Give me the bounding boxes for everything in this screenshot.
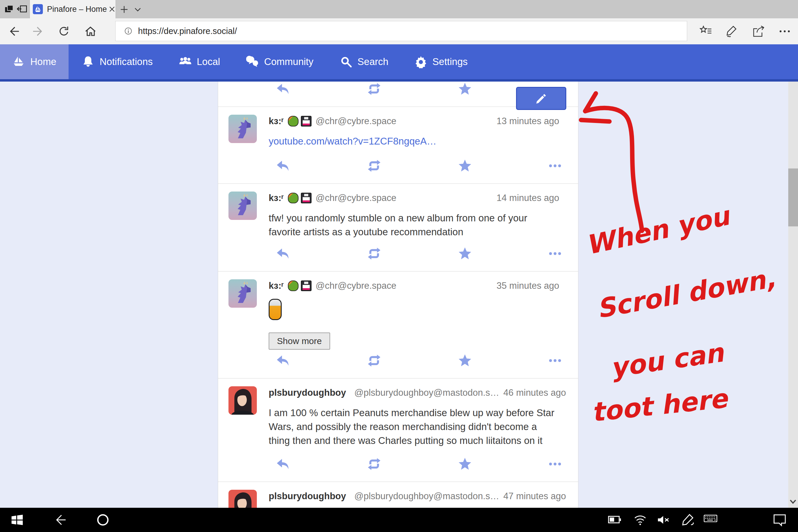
- scrollbar-track[interactable]: [788, 81, 798, 508]
- avatar[interactable]: [228, 386, 257, 415]
- gear-icon: [414, 55, 428, 68]
- status-content: youtube.com/watch?v=1ZCF8ngqeA…: [269, 134, 554, 148]
- reply-button[interactable]: [276, 159, 289, 173]
- people-icon: [179, 55, 192, 68]
- action-center-icon[interactable]: [773, 513, 787, 527]
- tab-close-button[interactable]: [107, 4, 117, 14]
- browser-tab[interactable]: Pinafore – Home: [30, 0, 116, 18]
- windows-start-icon[interactable]: [10, 513, 24, 527]
- set-tabs-aside-icon[interactable]: [17, 3, 28, 15]
- battery-icon[interactable]: [608, 513, 622, 527]
- reply-button[interactable]: [276, 82, 289, 96]
- status-header: kз:ʳ @chr@cybre.space 14 minutes ago: [269, 193, 559, 203]
- forward-button[interactable]: [31, 25, 44, 38]
- more-options-button[interactable]: [548, 354, 562, 367]
- browser-home-button[interactable]: [84, 25, 97, 38]
- status-actions: [218, 247, 578, 260]
- status[interactable]: plsburydoughboy @plsburydoughboy@mastodo…: [218, 379, 578, 482]
- favorite-button[interactable]: [458, 82, 472, 96]
- nav-tab-notifications[interactable]: Notifications: [69, 44, 166, 79]
- tab-preview-chevron[interactable]: [132, 4, 143, 15]
- boost-button[interactable]: [367, 457, 381, 471]
- avatar[interactable]: [228, 279, 257, 308]
- chat-bubbles-icon: [246, 55, 259, 68]
- display-name[interactable]: kз:ʳ: [269, 116, 284, 127]
- status-text: I am 100 % certain Peanuts merchandise b…: [269, 406, 554, 448]
- compose-toot-button[interactable]: [516, 87, 566, 110]
- dragon-emoji: [288, 116, 299, 127]
- dragon-avatar: [228, 115, 257, 143]
- status-header: plsburydoughboy @plsburydoughboy@mastodo…: [269, 491, 559, 501]
- status-actions: [218, 354, 578, 367]
- back-button[interactable]: [8, 25, 21, 38]
- more-icon[interactable]: [778, 25, 791, 38]
- wifi-icon[interactable]: [633, 513, 647, 527]
- pen-icon[interactable]: [680, 513, 695, 527]
- nav-tab-settings[interactable]: Settings: [401, 44, 480, 79]
- reply-button[interactable]: [276, 457, 289, 471]
- timestamp: 14 minutes ago: [496, 193, 559, 203]
- favorite-button[interactable]: [458, 457, 472, 471]
- nav-tab-home[interactable]: Home: [0, 44, 69, 79]
- show-more-button[interactable]: Show more: [269, 332, 330, 350]
- favorite-button[interactable]: [458, 159, 472, 173]
- refresh-button[interactable]: [57, 25, 70, 38]
- info-icon[interactable]: [124, 26, 133, 36]
- main-nav: Home Notifications Local Community Searc…: [0, 44, 798, 81]
- boost-button[interactable]: [367, 82, 381, 96]
- nav-tab-local[interactable]: Local: [166, 44, 233, 79]
- scrollbar-down-arrow[interactable]: [788, 496, 798, 507]
- avatar[interactable]: [228, 115, 257, 143]
- volume-muted-icon[interactable]: [656, 513, 670, 527]
- boost-button[interactable]: [367, 354, 381, 367]
- timeline-column: kз:ʳ @chr@cybre.space 13 minutes ago you…: [218, 81, 578, 532]
- display-name[interactable]: plsburydoughboy: [269, 387, 346, 398]
- timestamp: 47 minutes ago: [504, 491, 566, 501]
- display-name[interactable]: kз:ʳ: [269, 281, 284, 291]
- avatar[interactable]: [228, 191, 257, 220]
- status-content: Show more: [269, 299, 554, 350]
- timestamp: 46 minutes ago: [504, 387, 566, 398]
- pinafore-favicon: [33, 4, 43, 14]
- status[interactable]: kз:ʳ @chr@cybre.space 13 minutes ago you…: [218, 107, 578, 184]
- back-arrow-icon[interactable]: [53, 513, 67, 527]
- display-name[interactable]: plsburydoughboy: [269, 491, 346, 501]
- boost-button[interactable]: [367, 159, 381, 173]
- timestamp: 35 minutes ago: [496, 281, 559, 291]
- timestamp: 13 minutes ago: [496, 116, 559, 127]
- favorite-button[interactable]: [458, 354, 472, 367]
- search-icon: [340, 55, 353, 68]
- favorites-hub-icon[interactable]: [699, 25, 712, 38]
- browser-tab-bar: Pinafore – Home: [0, 0, 798, 18]
- scrollbar-thumb[interactable]: [788, 169, 798, 226]
- status[interactable]: kз:ʳ @chr@cybre.space 14 minutes ago tfw…: [218, 184, 578, 272]
- more-options-button[interactable]: [548, 247, 562, 260]
- boost-button[interactable]: [367, 247, 381, 260]
- status-content: I am 100 % certain Peanuts merchandise b…: [269, 406, 554, 448]
- tabs-preview-icon[interactable]: [3, 3, 15, 15]
- new-tab-button[interactable]: [119, 4, 130, 15]
- web-note-icon[interactable]: [725, 25, 738, 38]
- nav-tab-search[interactable]: Search: [327, 44, 402, 79]
- nav-tab-community[interactable]: Community: [233, 44, 327, 79]
- annotation-line-1: When you: [583, 200, 734, 260]
- woman-avatar: [228, 386, 257, 415]
- reply-button[interactable]: [276, 247, 289, 260]
- cortana-circle-icon[interactable]: [96, 513, 110, 527]
- reply-button[interactable]: [276, 354, 289, 367]
- favorite-button[interactable]: [458, 247, 472, 260]
- touch-keyboard-icon[interactable]: [703, 513, 718, 527]
- address-bar[interactable]: https://dev.pinafore.social/: [115, 21, 687, 41]
- more-options-button[interactable]: [548, 159, 562, 173]
- account-handle: @chr@cybre.space: [316, 193, 396, 203]
- status[interactable]: kз:ʳ @chr@cybre.space 35 minutes ago Sho…: [218, 272, 578, 379]
- bell-icon: [81, 55, 95, 68]
- share-icon[interactable]: [752, 25, 765, 38]
- display-name[interactable]: kз:ʳ: [269, 193, 284, 203]
- more-options-button[interactable]: [548, 457, 562, 471]
- dragon-avatar: [228, 191, 257, 220]
- floppy-disk-emoji: [301, 281, 311, 291]
- status-link[interactable]: youtube.com/watch?v=1ZCF8ngqeA…: [269, 136, 437, 147]
- status-actions: [218, 457, 578, 471]
- account-handle: @chr@cybre.space: [316, 116, 396, 127]
